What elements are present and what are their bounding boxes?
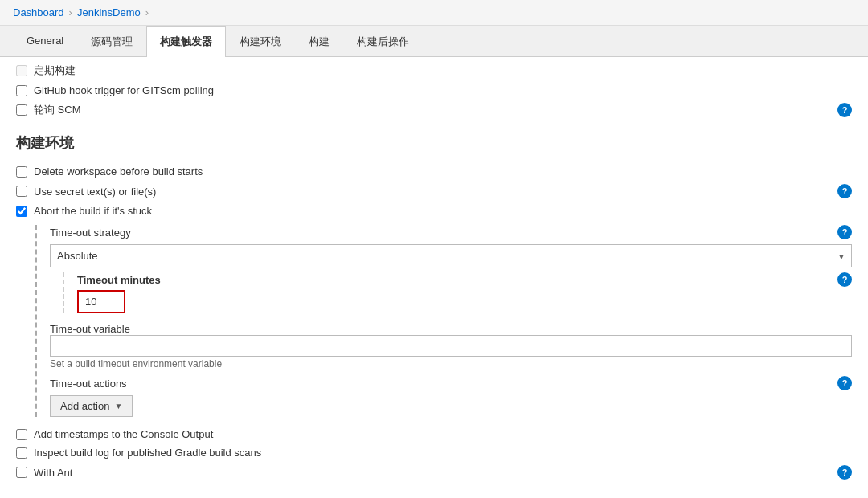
breadcrumb-sep-2: › <box>145 6 149 18</box>
timeout-variable-label: Time-out variable <box>50 323 852 335</box>
env-ant-label: With Ant <box>34 467 831 479</box>
timeout-actions-row: Time-out actions ? <box>50 376 852 390</box>
timeout-minutes-help-icon[interactable]: ? <box>837 272 852 287</box>
trigger-pollscm-row: 轮询 SCM ? <box>16 100 852 120</box>
build-env-section-title: 构建环境 <box>16 133 852 153</box>
timeout-strategy-help-icon[interactable]: ? <box>837 225 852 239</box>
trigger-partial-checkbox[interactable] <box>16 65 27 76</box>
timeout-variable-sublabel: Set a build timeout environment variable <box>50 358 852 369</box>
env-delete-ws-label: Delete workspace before build starts <box>34 165 852 178</box>
env-secret-row: Use secret text(s) or file(s) ? <box>16 181 852 202</box>
timeout-strategy-select[interactable]: Absolute <box>50 244 852 267</box>
tab-build[interactable]: 构建 <box>295 26 343 57</box>
add-action-arrow-icon: ▼ <box>114 402 122 410</box>
timeout-strategy-label: Time-out strategy <box>50 227 831 239</box>
env-gradle-row: Inspect build log for published Gradle b… <box>16 443 852 462</box>
timeout-variable-input[interactable] <box>50 335 852 357</box>
trigger-partial-label: 定期构建 <box>34 63 852 78</box>
env-ant-row: With Ant ? <box>16 462 852 483</box>
env-secret-checkbox[interactable] <box>16 186 27 197</box>
add-action-label: Add action <box>60 400 109 412</box>
timeout-variable-row: Time-out variable <box>50 323 852 335</box>
trigger-github-label: GitHub hook trigger for GITScm polling <box>34 84 852 96</box>
trigger-pollscm-checkbox[interactable] <box>16 104 27 116</box>
env-timestamps-checkbox[interactable] <box>16 429 27 440</box>
env-ant-checkbox[interactable] <box>16 467 27 478</box>
add-action-button[interactable]: Add action ▼ <box>50 395 133 417</box>
timeout-actions-label: Time-out actions <box>50 378 831 390</box>
tab-post[interactable]: 构建后操作 <box>343 26 423 57</box>
timeout-inner-group: Timeout minutes ? <box>63 272 852 313</box>
env-secret-help-icon[interactable]: ? <box>837 184 852 198</box>
timeout-strategy-row: Time-out strategy ? <box>50 225 852 239</box>
trigger-pollscm-help-icon[interactable]: ? <box>837 103 852 117</box>
env-timestamps-row: Add timestamps to the Console Output <box>16 425 852 443</box>
timeout-strategy-select-wrapper: Absolute ▼ <box>50 244 852 267</box>
env-gradle-label: Inspect build log for published Gradle b… <box>34 447 852 459</box>
breadcrumb-jenkinsdemo[interactable]: JenkinsDemo <box>77 6 141 18</box>
tab-bar: General 源码管理 构建触发器 构建环境 构建 构建后操作 <box>0 26 868 57</box>
timeout-minutes-label: Timeout minutes <box>77 274 831 286</box>
trigger-github-row: GitHub hook trigger for GITScm polling <box>16 81 852 100</box>
tab-triggers[interactable]: 构建触发器 <box>146 26 226 57</box>
env-delete-ws-row: Delete workspace before build starts <box>16 162 852 181</box>
timeout-minutes-input[interactable] <box>77 290 125 313</box>
breadcrumb-dashboard[interactable]: Dashboard <box>13 6 64 18</box>
timeout-group: Time-out strategy ? Absolute ▼ Timeout m… <box>35 225 852 417</box>
env-abort-label: Abort the build if it's stuck <box>34 205 852 217</box>
tab-env[interactable]: 构建环境 <box>226 26 295 57</box>
timeout-actions-help-icon[interactable]: ? <box>837 376 852 390</box>
env-secret-label: Use secret text(s) or file(s) <box>34 186 831 198</box>
env-abort-row: Abort the build if it's stuck <box>16 202 852 220</box>
env-delete-ws-checkbox[interactable] <box>16 166 27 178</box>
env-ant-help-icon[interactable]: ? <box>837 465 852 480</box>
env-timestamps-label: Add timestamps to the Console Output <box>34 428 852 440</box>
breadcrumb: Dashboard › JenkinsDemo › <box>0 0 868 26</box>
env-gradle-checkbox[interactable] <box>16 447 27 459</box>
main-content: 定期构建 GitHub hook trigger for GITScm poll… <box>0 57 868 488</box>
breadcrumb-sep-1: › <box>69 6 72 18</box>
tab-general[interactable]: General <box>13 26 77 57</box>
env-abort-checkbox[interactable] <box>16 206 27 217</box>
trigger-github-checkbox[interactable] <box>16 85 27 96</box>
trigger-pollscm-label: 轮询 SCM <box>34 103 831 117</box>
tab-scm[interactable]: 源码管理 <box>77 26 146 57</box>
timeout-minutes-label-row: Timeout minutes ? <box>77 272 852 287</box>
trigger-partial-row: 定期构建 <box>16 57 852 81</box>
